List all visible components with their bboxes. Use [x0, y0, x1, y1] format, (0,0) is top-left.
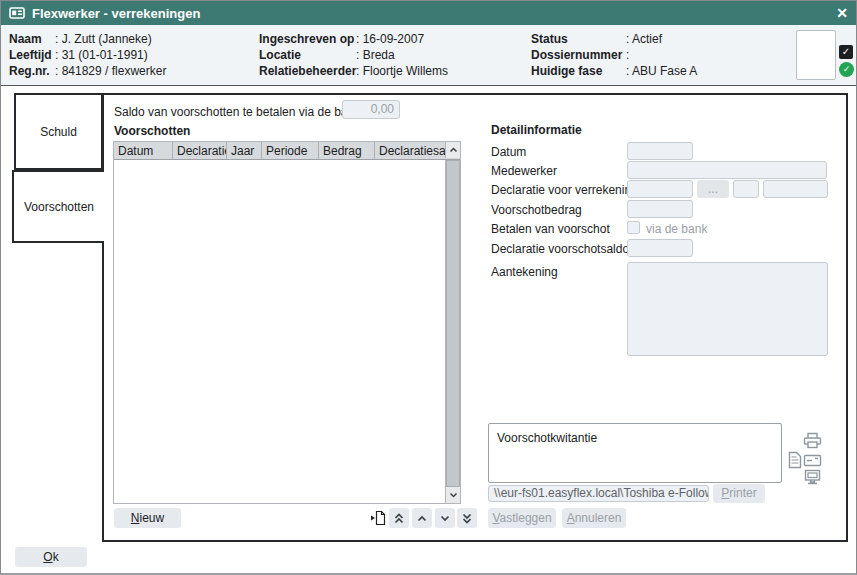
table-rows-area[interactable]	[114, 160, 445, 503]
title-bar: Flexwerker - verrekeningen ✕	[1, 1, 856, 25]
status-value: : Actief	[626, 32, 662, 46]
locatie-value: : Breda	[356, 48, 395, 62]
relatiebeheerder-value: : Floortje Willems	[356, 64, 448, 78]
saldo-label: Saldo van voorschotten te betalen via de…	[114, 105, 360, 119]
via-de-bank-label: via de bank	[646, 222, 707, 236]
naam-label: Naam	[9, 32, 55, 47]
declaratie-periode-input	[763, 180, 828, 198]
last-record-button[interactable]	[457, 508, 477, 528]
aantekening-textarea	[627, 262, 828, 356]
scroll-up-button[interactable]	[445, 142, 460, 158]
huidige-fase-label: Huidige fase	[531, 64, 626, 79]
ingeschreven-op-value: : 16-09-2007	[356, 32, 424, 46]
relatiebeheerder-label: Relatiebeheerder	[259, 64, 356, 79]
email-card-icon[interactable]	[803, 454, 822, 467]
checked-checkbox-icon[interactable]: ✓	[839, 45, 853, 59]
naam-value: : J. Zutt (Janneke)	[55, 32, 152, 46]
column-header-periode: Periode	[262, 142, 319, 159]
contact-card-icon	[9, 7, 25, 19]
huidige-fase-value: : ABU Fase A	[626, 64, 697, 78]
annuleren-button: Annuleren	[562, 508, 626, 528]
column-header-jaar: Jaar	[227, 142, 262, 159]
next-record-button[interactable]	[435, 508, 455, 528]
tab-voorschotten[interactable]: Voorschotten	[12, 170, 104, 243]
leeftijd-value: : 31 (01-01-1991)	[55, 48, 148, 62]
declaratie-voor-verrekening-input	[627, 180, 693, 198]
datum-label: Datum	[491, 145, 526, 159]
flexwerker-verrekeningen-window: Flexwerker - verrekeningen ✕ Naam: J. Zu…	[0, 0, 857, 575]
ok-button[interactable]: Ok	[15, 547, 87, 567]
declaratie-voor-verrekening-label: Declaratie voor verrekening	[491, 183, 638, 197]
declaratie-jaar-input	[733, 180, 759, 198]
document-listbox[interactable]: Voorschotkwitantie	[488, 423, 782, 483]
vastleggen-button: Vastleggen	[488, 508, 556, 528]
first-record-button[interactable]	[389, 508, 409, 528]
ingeschreven-op-label: Ingeschreven op	[259, 32, 356, 47]
flexwerker-info-header: Naam: J. Zutt (Janneke) Leeftijd: 31 (01…	[1, 25, 856, 86]
column-header-datum: Datum	[114, 142, 173, 159]
tab-schuld-label: Schuld	[40, 125, 77, 139]
regnr-value: : 841829 / flexwerker	[55, 64, 166, 78]
voorschotbedrag-input	[627, 200, 693, 218]
tab-voorschotten-label: Voorschotten	[24, 200, 94, 214]
previous-record-button[interactable]	[412, 508, 432, 528]
photo-placeholder	[796, 30, 836, 80]
status-ok-icon: ✓	[839, 62, 854, 77]
tab-schuld[interactable]: Schuld	[14, 93, 103, 170]
scroll-down-button[interactable]	[446, 487, 460, 503]
betalen-van-voorschot-label: Betalen van voorschot	[491, 222, 610, 236]
medewerker-label: Medewerker	[491, 164, 557, 178]
column-header-bedrag: Bedrag	[319, 142, 375, 159]
saldo-input: 0,00	[342, 100, 400, 119]
voorschotten-table: Datum Declaratie Jaar Periode Bedrag Dec…	[113, 141, 461, 504]
column-header-declaratiesaldo: Declaratiesa...	[375, 142, 445, 159]
datum-input	[627, 142, 693, 160]
voorschotten-list-title: Voorschotten	[114, 124, 190, 138]
leeftijd-label: Leeftijd	[9, 48, 55, 63]
status-label: Status	[531, 32, 626, 47]
printer-path-input: \\eur-fs01.easyflex.local\Toshiba e-Foll…	[488, 485, 709, 502]
column-header-declaratie: Declaratie	[173, 142, 227, 159]
aantekening-label: Aantekening	[491, 265, 558, 279]
regnr-label: Reg.nr.	[9, 64, 55, 79]
medewerker-input	[627, 161, 827, 179]
close-icon[interactable]: ✕	[836, 6, 848, 20]
nieuw-button[interactable]: Nieuw	[114, 508, 181, 528]
window-title: Flexwerker - verrekeningen	[32, 6, 200, 21]
document-icon[interactable]	[788, 451, 802, 469]
dossiernummer-label: Dossiernummer	[531, 48, 626, 63]
declaratie-voorschotsaldo-input	[627, 239, 693, 257]
table-scrollbar[interactable]	[445, 160, 460, 503]
via-de-bank-checkbox	[627, 221, 640, 234]
printer-icon[interactable]	[803, 432, 822, 449]
dossiernummer-value: :	[626, 48, 629, 62]
new-record-icon[interactable]	[368, 508, 388, 528]
declaratie-voorschotsaldo-label: Declaratie voorschotsaldo	[491, 242, 629, 256]
monitor-icon[interactable]	[804, 469, 821, 485]
table-header-row: Datum Declaratie Jaar Periode Bedrag Dec…	[114, 142, 460, 160]
document-list-item[interactable]: Voorschotkwitantie	[497, 431, 597, 445]
voorschotbedrag-label: Voorschotbedrag	[491, 203, 582, 217]
scrollbar-thumb[interactable]	[446, 160, 460, 487]
declaratie-browse-button: ...	[697, 180, 729, 198]
printer-button: Printer	[713, 484, 765, 503]
detail-section-title: Detailinformatie	[491, 123, 582, 137]
locatie-label: Locatie	[259, 48, 356, 63]
